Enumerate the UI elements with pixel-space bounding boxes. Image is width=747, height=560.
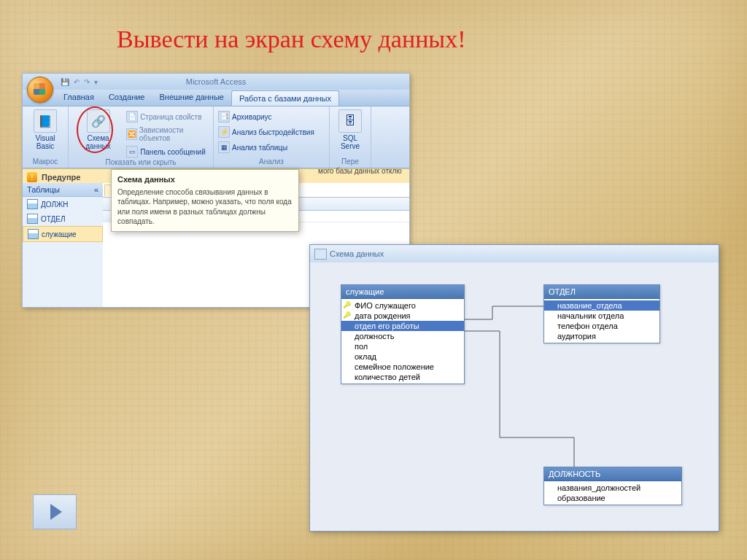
chevron-down-icon[interactable]: « xyxy=(94,185,98,194)
archiver-icon: 📑 xyxy=(218,111,230,122)
ribbon: 📘 Visual Basic Макрос 🔗 Схема данных 📄Ст… xyxy=(23,106,409,168)
field-education[interactable]: образование xyxy=(544,493,681,503)
field-marital[interactable]: семейное положение xyxy=(341,362,464,372)
table-icon xyxy=(28,229,39,239)
security-warning-suffix: мого базы данных отклю xyxy=(318,167,402,175)
visual-basic-button[interactable]: 📘 Visual Basic xyxy=(26,108,65,152)
analyze-table-icon: ▦ xyxy=(218,141,230,153)
group-move-label: Пере xyxy=(333,158,368,166)
visual-basic-icon: 📘 xyxy=(34,109,57,133)
tab-home[interactable]: Главная xyxy=(56,90,101,106)
table-icon xyxy=(27,199,38,209)
field-gender[interactable]: пол xyxy=(341,341,464,351)
table-dolzhnost[interactable]: ДОЛЖНОСТЬ названия_должностей образовани… xyxy=(543,467,682,505)
analyze-table-button[interactable]: ▦Анализ таблицы xyxy=(217,141,316,154)
field-fio[interactable]: ФИО служащего xyxy=(341,300,464,311)
table-title: ДОЛЖНОСТЬ xyxy=(544,467,681,481)
relationships-window-title: Схема данных xyxy=(310,245,719,263)
field-position[interactable]: должность xyxy=(341,331,464,341)
redo-icon[interactable]: ↷ xyxy=(84,78,90,86)
object-deps-button[interactable]: 🔀Зависимости объектов xyxy=(125,125,210,143)
nav-item-dolzhnost[interactable]: ДОЛЖН xyxy=(23,197,103,211)
message-bar-button[interactable]: ▭Панель сообщений xyxy=(125,145,210,158)
office-button[interactable] xyxy=(27,77,53,103)
tooltip-title: Схема данных xyxy=(117,174,293,185)
sql-server-icon: 🗄 xyxy=(338,109,362,133)
table-sluzhashchie[interactable]: служащие ФИО служащего дата рождения отд… xyxy=(341,284,465,384)
nav-item-otdel[interactable]: ОТДЕЛ xyxy=(23,211,103,226)
tab-database-tools[interactable]: Работа с базами данных xyxy=(231,90,339,106)
nav-header[interactable]: Таблицы« xyxy=(23,183,103,197)
relationships-icon: 🔗 xyxy=(87,109,110,133)
undo-icon[interactable]: ↶ xyxy=(74,78,80,86)
relationships-button[interactable]: 🔗 Схема данных xyxy=(71,108,125,152)
relationships-canvas[interactable]: служащие ФИО служащего дата рождения отд… xyxy=(310,262,719,531)
next-slide-button[interactable] xyxy=(33,494,77,529)
slide-title: Вывести на экран схему данных! xyxy=(117,26,466,53)
shield-icon: ! xyxy=(27,172,37,182)
performance-button[interactable]: ⚡Анализ быстродействия xyxy=(217,125,316,139)
field-department[interactable]: отдел его работы xyxy=(341,321,464,331)
tooltip: Схема данных Определение способа связыва… xyxy=(111,169,299,232)
group-show-label: Показать или скрыть xyxy=(71,158,210,167)
property-sheet-button[interactable]: 📄Страница свойств xyxy=(125,110,210,123)
field-dept-name[interactable]: название_отдела xyxy=(544,300,659,311)
property-sheet-icon: 📄 xyxy=(126,111,138,122)
qat-more-icon[interactable]: ▾ xyxy=(94,78,98,86)
relationships-window-icon xyxy=(314,249,327,260)
ribbon-tabs: Главная Создание Внешние данные Работа с… xyxy=(23,90,409,106)
quick-access-toolbar: 💾 ↶ ↷ ▾ Microsoft Access xyxy=(23,74,409,90)
field-children[interactable]: количество детей xyxy=(341,372,464,382)
save-icon[interactable]: 💾 xyxy=(61,78,69,86)
group-analyze-label: Анализ xyxy=(217,158,326,166)
sql-server-label: SQL Serve xyxy=(337,134,363,150)
relationships-window: Схема данных служащие ФИО служащего дата… xyxy=(309,244,719,532)
navigation-pane: Таблицы« ДОЛЖН ОТДЕЛ служащие xyxy=(23,183,104,307)
sql-server-button[interactable]: 🗄 SQL Serve xyxy=(333,108,368,152)
relationships-label: Схема данных xyxy=(76,134,120,150)
security-warning-prefix: Предупре xyxy=(42,173,80,182)
field-salary[interactable]: оклад xyxy=(341,351,464,362)
object-deps-icon: 🔀 xyxy=(126,128,137,140)
performance-icon: ⚡ xyxy=(218,126,230,138)
tooltip-body: Определение способа связывания данных в … xyxy=(117,188,292,226)
field-dept-room[interactable]: аудитория xyxy=(544,331,659,341)
group-macros-label: Макрос xyxy=(26,158,65,166)
message-bar-icon: ▭ xyxy=(126,146,138,158)
app-title: Microsoft Access xyxy=(186,77,247,86)
tab-external-data[interactable]: Внешние данные xyxy=(152,90,231,106)
table-icon xyxy=(27,214,38,224)
nav-item-sluzhashchie[interactable]: служащие xyxy=(23,226,103,242)
visual-basic-label: Visual Basic xyxy=(30,134,61,150)
tab-create[interactable]: Создание xyxy=(101,90,152,106)
field-birthdate[interactable]: дата рождения xyxy=(341,311,464,321)
archiver-button[interactable]: 📑Архивариус xyxy=(217,110,316,123)
field-dept-head[interactable]: начальник отдела xyxy=(544,311,659,321)
field-position-name[interactable]: названия_должностей xyxy=(544,483,681,493)
table-title: служащие xyxy=(341,285,464,299)
table-otdel[interactable]: ОТДЕЛ название_отдела начальник отдела т… xyxy=(543,284,660,343)
table-title: ОТДЕЛ xyxy=(544,285,659,299)
field-dept-phone[interactable]: телефон отдела xyxy=(544,321,659,331)
